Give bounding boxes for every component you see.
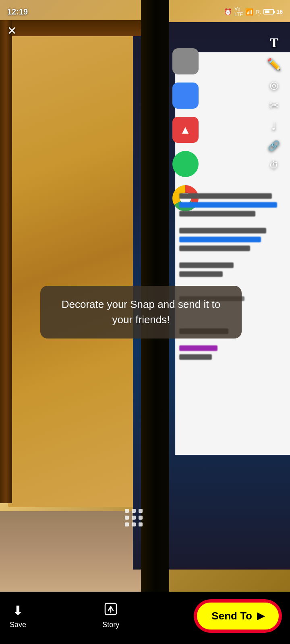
- battery-icon: [263, 9, 274, 14]
- signal-r-icon: R.: [256, 9, 261, 15]
- text-tool-button[interactable]: 𝐓: [270, 36, 278, 49]
- signal-icon: 📶: [245, 8, 253, 16]
- grid-dots-icon: [125, 509, 143, 527]
- editing-toolbar: 𝐓 ✏️ ◎ ✂ ♩ 🔗 ⏱: [262, 36, 286, 170]
- send-to-button[interactable]: Send To ▶: [195, 601, 280, 631]
- status-icons: ⏰ VoLTE 📶 R. 16: [224, 6, 283, 17]
- save-icon: ⬇: [12, 603, 23, 618]
- link-tool-button[interactable]: 🔗: [268, 141, 280, 151]
- tooltip-overlay: Decorate your Snap and send it to your f…: [40, 286, 242, 339]
- send-arrow-icon: ▶: [257, 610, 264, 621]
- alarm-icon: ⏰: [224, 8, 232, 16]
- timer-tool-button[interactable]: ⏱: [269, 160, 279, 170]
- scissors-tool-button[interactable]: ✂: [269, 100, 279, 111]
- story-label: Story: [102, 621, 119, 629]
- close-button[interactable]: ✕: [7, 24, 17, 37]
- door-panel: [8, 24, 145, 507]
- door-frame-top: [0, 20, 149, 36]
- door-frame-left: [0, 20, 12, 503]
- status-time: 12:19: [7, 7, 28, 17]
- story-action[interactable]: Story: [102, 603, 119, 629]
- app-icon-docs: [172, 83, 199, 109]
- battery-percentage: 16: [276, 8, 283, 15]
- vo-lte-icon: VoLTE: [234, 6, 243, 17]
- draw-tool-button[interactable]: ✏️: [267, 59, 281, 70]
- music-tool-button[interactable]: ♩: [271, 121, 276, 131]
- app-icons-column: ▲: [169, 48, 201, 211]
- app-icon-gray: [172, 48, 199, 74]
- save-action[interactable]: ⬇ Save: [10, 603, 26, 629]
- bottom-bar: ⬇ Save Story Send To ▶: [0, 592, 290, 644]
- send-to-label: Send To: [211, 610, 252, 622]
- tooltip-text: Decorate your Snap and send it to your f…: [62, 298, 221, 326]
- story-icon: [104, 603, 117, 618]
- battery-fill: [265, 10, 269, 13]
- sticker-tool-button[interactable]: ◎: [269, 80, 279, 90]
- app-icon-red: ▲: [172, 117, 199, 143]
- status-bar: 12:19 ⏰ VoLTE 📶 R. 16: [0, 0, 290, 20]
- app-icon-green: [172, 151, 199, 177]
- save-label: Save: [10, 621, 26, 629]
